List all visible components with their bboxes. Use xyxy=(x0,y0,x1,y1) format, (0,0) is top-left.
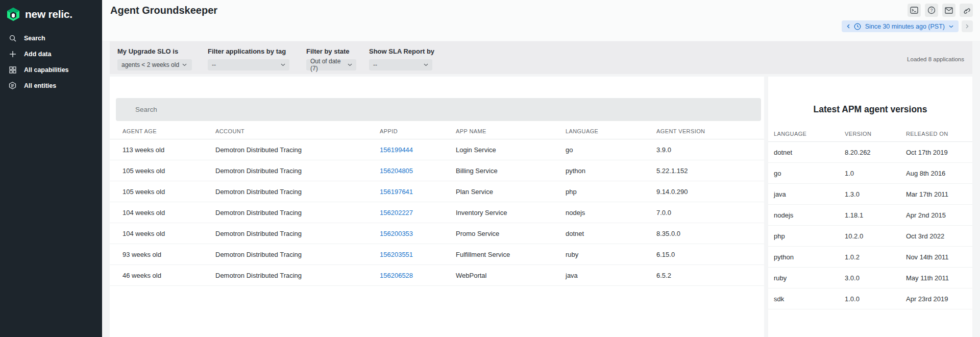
clock-icon xyxy=(854,23,861,30)
col-header-version: VERSION xyxy=(845,131,871,137)
search-input[interactable] xyxy=(116,98,761,121)
versions-row: ruby 3.0.0 May 11th 2011 xyxy=(768,268,972,288)
table-search xyxy=(116,98,761,121)
sidebar-item-all-entities[interactable]: All entities xyxy=(0,78,102,93)
table-row: 46 weeks old Demotron Distributed Tracin… xyxy=(110,265,764,286)
sidebar-item-add-data[interactable]: Add data xyxy=(0,46,102,62)
filter-tag-label: Filter applications by tag xyxy=(208,47,289,55)
chevron-down-icon xyxy=(424,63,428,66)
latest-versions-title: Latest APM agent versions xyxy=(768,104,972,115)
appid-link[interactable]: 156200353 xyxy=(380,223,413,244)
col-header-released-on: RELEASED ON xyxy=(906,131,948,137)
table-row: 105 weeks old Demotron Distributed Traci… xyxy=(110,160,764,181)
loaded-applications-status: Loaded 8 applications xyxy=(907,56,964,62)
time-forward-button[interactable] xyxy=(962,20,973,32)
filter-state-label: Filter by state xyxy=(306,47,356,55)
filter-upgrade-slo-dropdown[interactable]: agents < 2 weeks old xyxy=(117,59,192,70)
filter-upgrade-slo: My Upgrade SLO is agents < 2 weeks old xyxy=(117,47,192,70)
time-picker-label: Since 30 minutes ago (PST) xyxy=(865,23,945,30)
col-header-account: ACCOUNT xyxy=(215,128,244,134)
search-icon xyxy=(9,34,16,42)
topbar-actions: ? xyxy=(908,4,973,17)
col-header-language: LANGUAGE xyxy=(566,128,598,134)
versions-row: sdk 1.0.0 Apr 23rd 2019 xyxy=(768,288,972,309)
terminal-button[interactable] xyxy=(908,4,921,17)
link-icon xyxy=(963,7,970,14)
versions-row: python 1.0.2 Nov 14th 2011 xyxy=(768,247,972,268)
sidebar-nav: Search Add data All capabilities All ent… xyxy=(0,30,102,93)
filter-sla-report-label: Show SLA Report by xyxy=(369,47,434,55)
col-header-language: LANGUAGE xyxy=(774,131,806,137)
chevron-down-icon xyxy=(281,63,285,66)
versions-row: php 10.2.0 Oct 3rd 2022 xyxy=(768,226,972,247)
versions-row: java 1.3.0 Mar 17th 2011 xyxy=(768,184,972,205)
table-row: 104 weeks old Demotron Distributed Traci… xyxy=(110,223,764,244)
sidebar: new relic. Search Add data All capabilit… xyxy=(0,0,102,337)
col-header-app-name: APP NAME xyxy=(456,128,486,134)
chevron-left-icon[interactable] xyxy=(847,24,850,29)
share-link-button[interactable] xyxy=(960,4,973,17)
table-row: 113 weeks old Demotron Distributed Traci… xyxy=(110,139,764,160)
help-icon: ? xyxy=(927,6,936,14)
versions-row: go 1.0 Aug 8th 2016 xyxy=(768,163,972,184)
filter-sla-report-dropdown[interactable]: -- xyxy=(369,59,432,70)
appid-link[interactable]: 156203551 xyxy=(380,244,413,265)
filter-tag: Filter applications by tag -- xyxy=(208,47,289,70)
versions-table-header: LANGUAGE VERSION RELEASED ON xyxy=(768,128,972,142)
time-picker-row: Since 30 minutes ago (PST) xyxy=(842,20,973,32)
brand-wordmark: new relic. xyxy=(25,8,72,20)
sidebar-item-search[interactable]: Search xyxy=(0,30,102,46)
chevron-right-icon xyxy=(966,24,969,29)
time-picker[interactable]: Since 30 minutes ago (PST) xyxy=(842,20,959,32)
mail-icon xyxy=(945,7,953,14)
versions-row: dotnet 8.20.262 Oct 17th 2019 xyxy=(768,142,972,163)
page-title: Agent Groundskeeper xyxy=(110,5,217,16)
filter-state: Filter by state Out of date (7) xyxy=(306,47,356,70)
topbar: Agent Groundskeeper ? xyxy=(102,0,980,41)
table-row: 105 weeks old Demotron Distributed Traci… xyxy=(110,181,764,202)
main-area: Agent Groundskeeper ? xyxy=(102,0,980,337)
filter-bar: My Upgrade SLO is agents < 2 weeks old F… xyxy=(110,41,972,74)
sidebar-item-all-capabilities[interactable]: All capabilities xyxy=(0,62,102,78)
appid-link[interactable]: 156204805 xyxy=(380,160,413,181)
outdated-apps-card: AGENT AGE ACCOUNT APPID APP NAME LANGUAG… xyxy=(110,77,764,337)
versions-row: nodejs 1.18.1 Apr 2nd 2015 xyxy=(768,205,972,226)
col-header-agent-version: AGENT VERSION xyxy=(656,128,705,134)
filter-upgrade-slo-label: My Upgrade SLO is xyxy=(117,47,192,55)
terminal-icon xyxy=(910,7,918,14)
filter-sla-report: Show SLA Report by -- xyxy=(369,47,434,70)
chevron-down-icon xyxy=(182,63,187,66)
svg-text:?: ? xyxy=(930,8,933,13)
appid-link[interactable]: 156202227 xyxy=(380,202,413,223)
plus-icon xyxy=(9,50,16,58)
help-button[interactable]: ? xyxy=(925,4,938,17)
chevron-down-icon xyxy=(949,25,953,28)
chevron-down-icon xyxy=(348,63,352,66)
new-relic-logo[interactable]: new relic. xyxy=(0,0,102,21)
apps-table-header: AGENT AGE ACCOUNT APPID APP NAME LANGUAG… xyxy=(110,126,764,139)
table-row: 104 weeks old Demotron Distributed Traci… xyxy=(110,202,764,223)
filter-state-dropdown[interactable]: Out of date (7) xyxy=(306,59,356,70)
hexagon-list-icon xyxy=(9,82,16,89)
grid-icon xyxy=(9,66,16,74)
table-row: 93 weeks old Demotron Distributed Tracin… xyxy=(110,244,764,265)
col-header-agent-age: AGENT AGE xyxy=(122,128,157,134)
appid-link[interactable]: 156199444 xyxy=(380,139,413,160)
appid-link[interactable]: 156197641 xyxy=(380,181,413,202)
filter-tag-dropdown[interactable]: -- xyxy=(208,59,289,70)
latest-versions-card: Latest APM agent versions LANGUAGE VERSI… xyxy=(768,77,972,337)
mail-button[interactable] xyxy=(942,4,955,17)
appid-link[interactable]: 156206528 xyxy=(380,265,413,286)
new-relic-logo-icon xyxy=(7,7,20,21)
col-header-appid: APPID xyxy=(380,128,398,134)
